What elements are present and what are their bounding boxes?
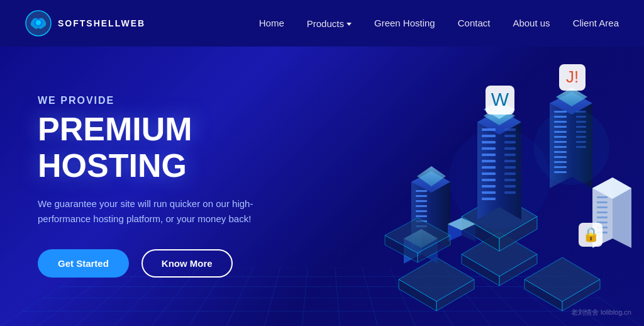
svg-point-1 — [36, 20, 41, 25]
nav-link-products[interactable]: Products — [307, 18, 352, 29]
logo-icon — [25, 10, 52, 37]
svg-rect-90 — [597, 216, 608, 218]
nav-link-client-area[interactable]: Client Area — [573, 18, 619, 28]
nav-item-home[interactable]: Home — [259, 18, 284, 29]
get-started-button[interactable]: Get Started — [38, 249, 129, 278]
nav-item-green-hosting[interactable]: Green Hosting — [374, 18, 435, 29]
nav-item-client-area[interactable]: Client Area — [573, 18, 619, 29]
svg-rect-87 — [597, 201, 608, 203]
hero-section: WE PROVIDE PREMIUM HOSTING We guarantee … — [0, 47, 644, 326]
watermark: 老刘情舍 loliblog.cn — [571, 308, 631, 317]
hero-illustration: W — [292, 53, 631, 326]
svg-rect-76 — [416, 200, 427, 202]
nav-link-contact[interactable]: Contact — [458, 18, 491, 28]
svg-rect-77 — [416, 205, 427, 207]
svg-rect-89 — [597, 211, 608, 213]
svg-rect-79 — [416, 215, 427, 217]
svg-text:J!: J! — [566, 67, 579, 86]
navbar: SOFTSHELLWEB Home Products Green Hosting… — [0, 0, 644, 47]
svg-rect-78 — [416, 210, 427, 212]
nav-item-contact[interactable]: Contact — [458, 18, 491, 29]
chevron-down-icon — [347, 23, 352, 26]
nav-links: Home Products Green Hosting Contact Abou… — [259, 18, 619, 29]
nav-link-home[interactable]: Home — [259, 18, 284, 28]
svg-rect-88 — [597, 206, 608, 208]
hero-subtitle: WE PROVIDE — [38, 95, 314, 106]
nav-link-about-us[interactable]: About us — [513, 18, 550, 28]
svg-rect-86 — [597, 196, 608, 198]
isometric-svg: W — [292, 53, 631, 326]
hero-description: We guarantee your site will run quicker … — [38, 196, 277, 227]
hero-content: WE PROVIDE PREMIUM HOSTING We guarantee … — [0, 95, 314, 277]
know-more-button[interactable]: Know More — [142, 249, 233, 278]
logo-text: SOFTSHELLWEB — [58, 18, 145, 28]
nav-link-green-hosting[interactable]: Green Hosting — [374, 18, 435, 28]
svg-text:🔒: 🔒 — [582, 226, 600, 243]
nav-item-products[interactable]: Products — [307, 18, 352, 29]
nav-item-about-us[interactable]: About us — [513, 18, 550, 29]
hero-buttons: Get Started Know More — [38, 249, 314, 278]
svg-rect-75 — [416, 195, 427, 197]
hero-title: PREMIUM HOSTING — [38, 111, 314, 183]
svg-text:W: W — [491, 89, 509, 110]
svg-point-106 — [534, 110, 609, 185]
logo[interactable]: SOFTSHELLWEB — [25, 10, 145, 37]
svg-rect-74 — [416, 190, 427, 192]
